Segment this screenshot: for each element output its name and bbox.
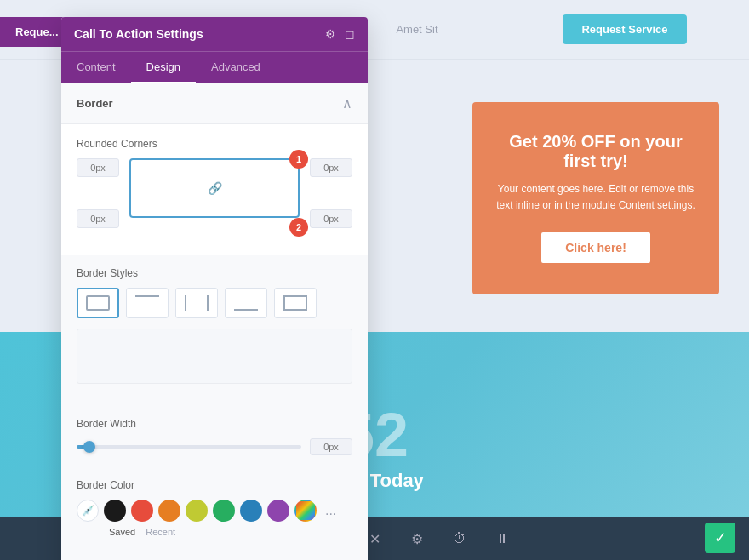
corner-visual-box: 🔗 bbox=[129, 158, 300, 218]
color-swatch-purple[interactable] bbox=[267, 500, 289, 522]
border-section-title: Border bbox=[77, 97, 113, 110]
border-bottom-icon bbox=[234, 295, 258, 311]
saved-label: Saved bbox=[109, 527, 135, 537]
section-collapse-icon[interactable]: ∧ bbox=[342, 95, 352, 111]
nav-item-3: Amet Sit bbox=[396, 23, 437, 36]
color-swatch-custom[interactable] bbox=[294, 500, 317, 522]
cta-button[interactable]: Click here! bbox=[540, 231, 652, 265]
cta-box: Get 20% OFF on your first try! Your cont… bbox=[472, 102, 719, 294]
border-color-label: Border Color bbox=[77, 479, 352, 491]
panel-tabs: Content Design Advanced bbox=[61, 51, 368, 83]
border-style-sides[interactable] bbox=[175, 288, 218, 318]
link-icon: 🔗 bbox=[208, 181, 222, 195]
tab-advanced[interactable]: Advanced bbox=[196, 52, 276, 83]
toolbar-pause-button[interactable]: ⏸ bbox=[489, 526, 515, 551]
border-sides-icon bbox=[185, 295, 209, 311]
color-swatch-green[interactable] bbox=[213, 500, 235, 522]
recent-label: Recent bbox=[146, 527, 175, 537]
border-section-header: Border ∧ bbox=[61, 83, 368, 124]
border-width-track[interactable] bbox=[77, 445, 301, 449]
border-style-all[interactable] bbox=[77, 288, 119, 318]
border-styles-section: Border Styles bbox=[61, 255, 368, 406]
cta-body: Your content goes here. Edit or remove t… bbox=[494, 181, 698, 214]
badge-1: 1 bbox=[289, 150, 308, 169]
tab-design[interactable]: Design bbox=[131, 52, 196, 83]
border-styles-label: Border Styles bbox=[77, 267, 352, 279]
border-section-content: Rounded Corners 0px 0px 🔗 1 2 bbox=[61, 124, 368, 255]
rounded-corners-container: 0px 0px 🔗 1 2 0px bbox=[77, 158, 352, 228]
border-custom-icon bbox=[283, 295, 307, 311]
top-right-corner-input[interactable]: 0px bbox=[310, 158, 352, 177]
bottom-right-corner-input[interactable]: 0px bbox=[310, 209, 352, 228]
toolbar-settings-button[interactable]: ⚙ bbox=[404, 526, 430, 551]
panel-header: Call To Action Settings ⚙ ◻ bbox=[61, 17, 368, 51]
rounded-corners-label: Rounded Corners bbox=[77, 138, 352, 150]
request-service-button[interactable]: Request Service bbox=[563, 14, 686, 44]
border-top-icon bbox=[135, 295, 159, 311]
eyedropper-button[interactable]: 💉 bbox=[77, 500, 99, 522]
border-width-value[interactable]: 0px bbox=[310, 438, 352, 455]
border-style-bottom[interactable] bbox=[225, 288, 267, 318]
border-styles-grid bbox=[77, 288, 352, 318]
panel-header-icons: ⚙ ◻ bbox=[325, 27, 355, 41]
color-swatch-orange[interactable] bbox=[158, 500, 180, 522]
border-style-custom[interactable] bbox=[274, 288, 317, 318]
color-swatch-blue[interactable] bbox=[240, 500, 262, 522]
fab-confirm-button[interactable]: ✓ bbox=[705, 523, 735, 553]
settings-panel: Call To Action Settings ⚙ ◻ Content Desi… bbox=[61, 17, 368, 560]
expand-icon[interactable]: ◻ bbox=[345, 27, 355, 41]
border-solid-icon bbox=[86, 295, 110, 311]
bottom-left-corner-input[interactable]: 0px bbox=[77, 209, 119, 228]
slider-thumb[interactable] bbox=[83, 441, 95, 453]
color-swatch-red[interactable] bbox=[131, 500, 153, 522]
border-color-section: Border Color 💉 ... Saved Recent bbox=[61, 467, 368, 549]
border-width-section: Border Width 0px bbox=[61, 406, 368, 467]
panel-title: Call To Action Settings bbox=[74, 27, 203, 41]
badge-2: 2 bbox=[289, 218, 308, 237]
border-width-label: Border Width bbox=[77, 418, 352, 430]
border-style-top[interactable] bbox=[126, 288, 169, 318]
color-swatches: 💉 ... bbox=[77, 500, 352, 522]
cta-heading: Get 20% OFF on your first try! bbox=[494, 132, 698, 171]
toolbar-timer-button[interactable]: ⏱ bbox=[447, 526, 472, 551]
more-colors-button[interactable]: ... bbox=[322, 503, 340, 518]
color-actions: Saved Recent bbox=[77, 527, 352, 537]
border-style-dropdown-section: Border Style Solid bbox=[61, 549, 368, 560]
color-preview-area bbox=[77, 329, 352, 384]
border-width-slider-row: 0px bbox=[77, 438, 352, 455]
settings-icon[interactable]: ⚙ bbox=[325, 27, 336, 41]
top-left-corner-input[interactable]: 0px bbox=[77, 158, 119, 177]
tab-content[interactable]: Content bbox=[61, 52, 131, 83]
color-swatch-yellow[interactable] bbox=[186, 500, 208, 522]
color-swatch-black[interactable] bbox=[104, 500, 126, 522]
